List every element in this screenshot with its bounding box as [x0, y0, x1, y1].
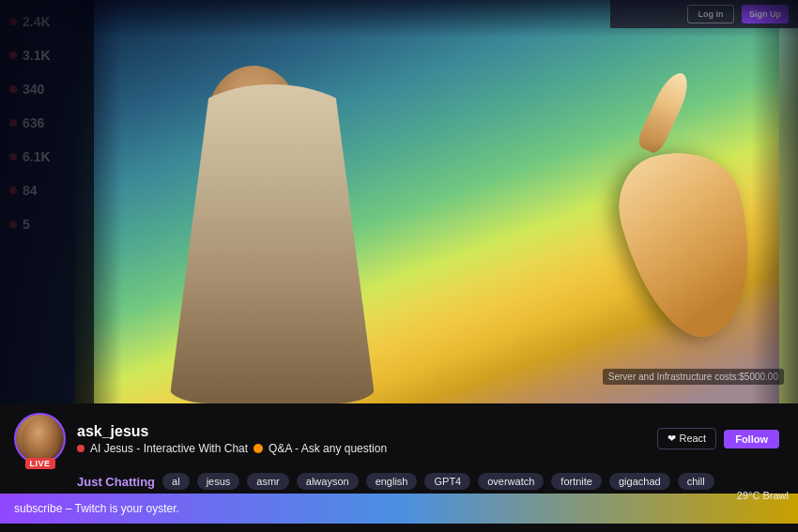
channel-row: LIVE ask_jesus AI Jesus - Interactive Wi…: [0, 403, 798, 469]
hand-shape: [606, 138, 773, 351]
tag-gigachad[interactable]: gigachad: [609, 473, 670, 490]
tag-fortnite[interactable]: fortnite: [551, 473, 602, 490]
screen-container: 2.4K 3.1K 340 636 6.1K 84: [0, 0, 798, 532]
tag-asmr[interactable]: asmr: [247, 473, 288, 490]
category-link[interactable]: Just Chatting: [77, 475, 155, 489]
stream-title-text: AI Jesus - Interactive With Chat: [90, 442, 248, 455]
avatar-face: [22, 418, 59, 460]
hand-overlay: [601, 75, 770, 338]
weather-badge: 29°C Brawl: [737, 490, 789, 501]
jesus-figure: [141, 47, 404, 403]
notification-bar: subscribe – Twitch is your oyster.: [0, 494, 798, 524]
follow-button[interactable]: Follow: [724, 430, 779, 448]
channel-info-bar: LIVE ask_jesus AI Jesus - Interactive Wi…: [0, 403, 798, 532]
avatar-container: LIVE: [14, 413, 66, 464]
orange-dot-icon: [253, 444, 263, 453]
finger-pointing: [635, 68, 694, 156]
react-button[interactable]: ❤ React: [657, 428, 716, 449]
notification-text: subscribe – Twitch is your oyster.: [14, 502, 179, 515]
top-vignette: [0, 0, 798, 38]
stream-subtitle-text: Q&A - Ask any question: [269, 442, 387, 455]
jesus-robe: [169, 84, 376, 403]
video-area: 2.4K 3.1K 340 636 6.1K 84: [0, 0, 798, 403]
live-badge: LIVE: [24, 458, 54, 469]
channel-avatar[interactable]: [14, 413, 66, 464]
tag-overwatch[interactable]: overwatch: [478, 473, 544, 490]
stream-title: AI Jesus - Interactive With Chat Q&A - A…: [77, 442, 646, 455]
channel-actions: ❤ React Follow: [657, 428, 784, 449]
tags-row: Just Chatting al jesus asmr alwayson eng…: [0, 469, 798, 494]
channel-details: ask_jesus AI Jesus - Interactive With Ch…: [77, 422, 646, 455]
tag-chill[interactable]: chill: [678, 473, 714, 490]
tag-al[interactable]: al: [162, 473, 190, 490]
live-dot-icon: [77, 445, 84, 452]
tag-gpt4[interactable]: GPT4: [424, 473, 470, 490]
channel-name[interactable]: ask_jesus: [77, 422, 646, 440]
left-vignette: [0, 0, 122, 403]
tag-english[interactable]: english: [366, 473, 418, 490]
tag-jesus[interactable]: jesus: [197, 473, 240, 490]
tag-alwayson[interactable]: alwayson: [297, 473, 359, 490]
